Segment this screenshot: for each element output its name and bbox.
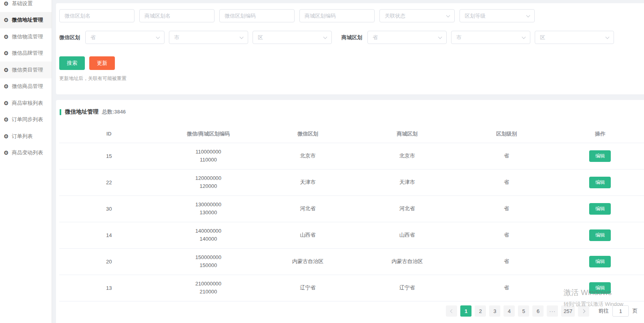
- edit-button[interactable]: 编辑: [589, 177, 611, 188]
- sidebar-menu: ⚙ 基础设置 ⚙ 微信地址管理 ⚙ 微信物流管理 ⚙ 微信品牌管理 ⚙ 微信类目…: [0, 0, 52, 161]
- page-title: 微信地址管理: [65, 108, 98, 116]
- cell-wx-region: 天津市: [258, 169, 357, 195]
- sidebar-item[interactable]: ⚙ 订单同步列表: [0, 112, 52, 128]
- filter-buttons: 搜索 更新: [56, 56, 644, 70]
- wx-region-name-input[interactable]: [59, 9, 134, 22]
- mall-province-select[interactable]: 省: [367, 31, 447, 44]
- mall-region-name-input[interactable]: [139, 9, 215, 22]
- table-row: 13 210000000 210000 辽宁省 辽宁省 省 编辑: [59, 275, 644, 301]
- sidebar-item-label: 商品变动列表: [12, 149, 43, 156]
- cell-level: 省: [457, 222, 556, 248]
- page-number-button[interactable]: 1: [460, 305, 471, 317]
- cell-mall-region: 内蒙古自治区: [357, 248, 457, 275]
- page-number-label: 1: [465, 308, 467, 314]
- cell-mall-region: 河北省: [357, 195, 457, 222]
- gear-icon: ⚙: [4, 150, 9, 156]
- page-number-button[interactable]: 6: [532, 305, 544, 317]
- pagination: 123456 ··· 257 前往 页: [56, 305, 644, 317]
- cell-actions: 编辑: [556, 275, 644, 301]
- cell-actions: 编辑: [556, 222, 644, 248]
- wx-code-value: 130000000: [158, 201, 258, 209]
- sidebar-item[interactable]: ⚙ 微信品牌管理: [0, 45, 52, 62]
- edit-button[interactable]: 编辑: [589, 203, 611, 215]
- page-number-button[interactable]: 4: [504, 305, 515, 317]
- last-page-button[interactable]: 257: [561, 305, 575, 317]
- cell-actions: 编辑: [556, 248, 644, 275]
- prev-page-button[interactable]: [446, 305, 457, 317]
- mall-code-value: 210000: [158, 288, 258, 296]
- edit-button[interactable]: 编辑: [589, 229, 611, 241]
- sidebar: ⚙ 基础设置 ⚙ 微信地址管理 ⚙ 微信物流管理 ⚙ 微信品牌管理 ⚙ 微信类目…: [0, 0, 52, 323]
- cell-level: 省: [457, 143, 556, 169]
- wx-code-value: 140000000: [158, 227, 258, 235]
- jump-prefix-label: 前往: [598, 307, 609, 315]
- sidebar-item[interactable]: ⚙ 微信类目管理: [0, 62, 52, 78]
- page-number-button[interactable]: 5: [518, 305, 529, 317]
- sidebar-item[interactable]: ⚙ 订单列表: [0, 128, 52, 145]
- mall-region-label: 商城区划: [341, 34, 362, 41]
- sidebar-item-label: 微信品牌管理: [12, 50, 43, 57]
- page-number-button[interactable]: 3: [489, 305, 500, 317]
- gear-icon: ⚙: [4, 117, 9, 122]
- page-number-label: 6: [537, 308, 540, 314]
- chevron-right-icon: [581, 309, 585, 313]
- col-codes: 微信/商城区划编码: [158, 125, 258, 143]
- table-body: 15 110000000 110000 北京市 北京市 省 编辑 22 1200…: [59, 143, 644, 301]
- page-number-button[interactable]: 2: [475, 305, 486, 317]
- wx-city-select[interactable]: 市: [169, 31, 248, 44]
- more-pages-button[interactable]: ···: [547, 305, 558, 317]
- cell-level: 省: [457, 169, 556, 195]
- search-button[interactable]: 搜索: [59, 56, 85, 70]
- table-row: 20 150000000 150000 内蒙古自治区 内蒙古自治区 省 编辑: [59, 248, 644, 275]
- wx-region-code-input[interactable]: [219, 9, 295, 22]
- mall-region-code-input[interactable]: [299, 9, 375, 22]
- cell-codes: 150000000 150000: [158, 248, 258, 275]
- chevron-down-icon: [606, 35, 610, 39]
- cell-wx-region: 辽宁省: [258, 275, 357, 301]
- table-row: 30 130000000 130000 河北省 河北省 省 编辑: [59, 195, 644, 222]
- mall-code-value: 150000: [158, 261, 258, 269]
- sidebar-item[interactable]: ⚙ 微信地址管理: [0, 12, 52, 29]
- sidebar-item-label: 微信地址管理: [12, 16, 43, 24]
- region-level-select[interactable]: 区划等级: [459, 9, 535, 22]
- col-actions: 操作: [556, 125, 644, 143]
- wx-region-label: 微信区划: [59, 34, 80, 41]
- mall-city-select[interactable]: 市: [451, 31, 530, 44]
- gear-icon: ⚙: [4, 50, 9, 56]
- sidebar-item[interactable]: ⚙ 商品审核列表: [0, 95, 52, 112]
- sidebar-item[interactable]: ⚙ 商品变动列表: [0, 145, 52, 162]
- edit-button[interactable]: 编辑: [589, 150, 611, 162]
- page-number-label: 5: [522, 308, 525, 314]
- mall-city-placeholder: 市: [456, 34, 461, 41]
- sidebar-item[interactable]: ⚙ 微信商品管理: [0, 78, 52, 95]
- gear-icon: ⚙: [4, 34, 9, 40]
- wx-district-select[interactable]: 区: [253, 31, 332, 44]
- sidebar-item-label: 订单同步列表: [12, 116, 43, 123]
- jump-suffix-label: 页: [632, 307, 638, 315]
- update-button[interactable]: 更新: [89, 56, 115, 70]
- mall-code-value: 120000: [158, 182, 258, 190]
- cell-level: 省: [457, 248, 556, 275]
- wx-code-value: 120000000: [158, 174, 258, 182]
- table-panel: 微信地址管理 总数:3846 ID 微信/商城区划编码 微信区划 商城区划 区划…: [56, 100, 644, 323]
- link-status-select[interactable]: 关联状态: [379, 9, 455, 22]
- chevron-down-icon: [156, 35, 160, 39]
- mall-district-select[interactable]: 区: [535, 31, 614, 44]
- sidebar-item-label: 订单列表: [12, 133, 33, 140]
- next-page-button[interactable]: [578, 305, 589, 317]
- jump-page-input[interactable]: [612, 305, 629, 317]
- cell-wx-region: 山西省: [258, 222, 357, 248]
- total-count: 总数:3846: [102, 108, 126, 116]
- sidebar-item[interactable]: ⚙ 基础设置: [0, 0, 52, 12]
- table-row: 15 110000000 110000 北京市 北京市 省 编辑: [59, 143, 644, 169]
- section-header: 微信地址管理 总数:3846: [56, 100, 644, 116]
- wx-province-select[interactable]: 省: [85, 31, 165, 44]
- table-row: 14 140000000 140000 山西省 山西省 省 编辑: [59, 222, 644, 248]
- edit-button[interactable]: 编辑: [589, 282, 611, 294]
- cell-actions: 编辑: [556, 169, 644, 195]
- cell-level: 省: [457, 275, 556, 301]
- sidebar-item[interactable]: ⚙ 微信物流管理: [0, 28, 52, 45]
- filter-panel: 关联状态 区划等级 微信区划 省 市 区 商城区划 省 市: [56, 3, 644, 94]
- cell-actions: 编辑: [556, 195, 644, 222]
- edit-button[interactable]: 编辑: [589, 256, 611, 267]
